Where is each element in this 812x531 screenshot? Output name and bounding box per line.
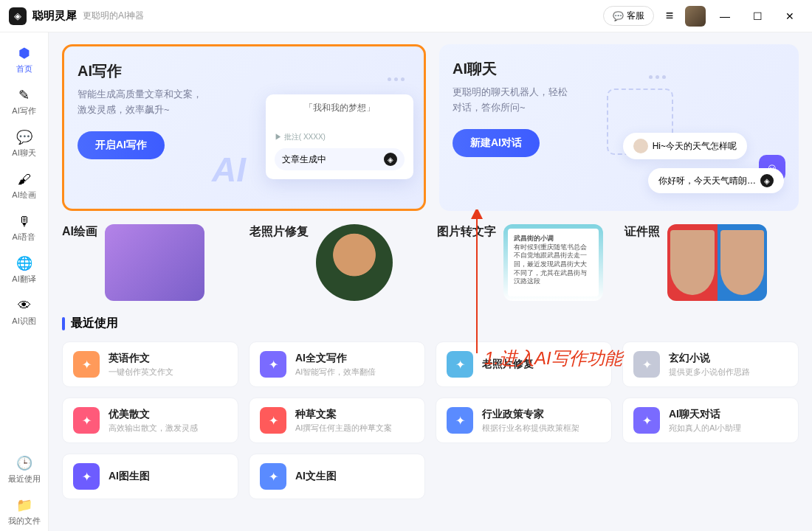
tool-ocr[interactable]: 图片转文字 武昌街的小调有时候到重庆随笔书总会不自觉地跟武昌街去走一回，最近发现…	[437, 224, 611, 301]
sidebar-item-label: AI翻译	[12, 274, 35, 285]
sidebar-item-write[interactable]: ✎AI写作	[4, 80, 45, 121]
sidebar-item-paint[interactable]: 🖌AI绘画	[4, 164, 45, 205]
maximize-button[interactable]: ☐	[744, 6, 771, 27]
card-title: AI全文写作	[295, 352, 414, 365]
start-ai-write-button[interactable]: 开启AI写作	[78, 131, 165, 159]
card-icon: ✦	[73, 463, 100, 490]
tool-photo-restore[interactable]: 老照片修复	[250, 224, 424, 301]
card-title: 优美散文	[109, 408, 227, 421]
card-subtitle: 宛如真人的AI小助理	[669, 423, 788, 434]
tool-title: 证件照	[625, 224, 660, 240]
clock-icon: 🕒	[16, 454, 33, 472]
generating-pill: 文章生成中 ◈	[275, 148, 405, 170]
sidebar: ⬢首页 ✎AI写作 💬AI聊天 🖌AI绘画 🎙Ai语音 🌐AI翻译 👁AI识图 …	[0, 32, 49, 531]
recent-grid: ✦ 英语作文 一键创作英文作文✦ AI全文写作 AI智能写作，效率翻倍✦ 老照片…	[62, 341, 799, 499]
sidebar-item-voice[interactable]: 🎙Ai语音	[4, 206, 45, 247]
home-icon: ⬢	[16, 44, 33, 62]
recent-card[interactable]: ✦ 玄幻小说 提供更多小说创作思路	[622, 341, 799, 387]
sidebar-item-label: Ai语音	[13, 232, 36, 243]
recent-card[interactable]: ✦ 英语作文 一键创作英文作文	[62, 341, 238, 387]
card-icon: ✦	[633, 407, 660, 434]
tool-ai-paint[interactable]: AI绘画	[62, 224, 236, 301]
sidebar-item-ocr[interactable]: 👁AI识图	[4, 291, 45, 331]
card-title: AI图生图	[109, 470, 227, 483]
card-subtitle: 一键创作英文作文	[109, 367, 227, 378]
recent-card[interactable]: ✦ AI全文写作 AI智能写作，效率翻倍	[249, 341, 425, 387]
close-button[interactable]: ✕	[777, 6, 803, 27]
recent-card[interactable]: ✦ AI图生图	[62, 454, 238, 499]
card-subtitle: AI撰写任何主题的种草文案	[295, 423, 414, 434]
minimize-button[interactable]: —	[712, 6, 738, 27]
sidebar-item-files[interactable]: 📁我的文件	[4, 490, 45, 531]
chat-bubble-user: Hi~今天的天气怎样呢	[623, 133, 747, 159]
window-dots-icon	[649, 75, 666, 79]
app-tagline: 更聪明的AI神器	[83, 10, 144, 22]
new-ai-chat-button[interactable]: 新建AI对话	[453, 129, 540, 157]
card-icon: ✦	[73, 351, 100, 378]
eye-icon: 👁	[16, 296, 33, 314]
card-title: 行业政策专家	[482, 408, 601, 421]
window-dots-icon	[388, 77, 405, 81]
app-name: 聪明灵犀	[32, 9, 77, 23]
recent-card[interactable]: ✦ 行业政策专家 根据行业名称提供政策框架	[436, 398, 612, 443]
hero-ai-write[interactable]: AI写作 智能生成高质量文章和文案，激发灵感，效率飙升~ 开启AI写作 AI 「…	[62, 44, 426, 211]
sidebar-item-translate[interactable]: 🌐AI翻译	[4, 249, 45, 289]
bg-ai-text: AI	[212, 150, 246, 190]
ocr-thumb: 武昌街的小调有时候到重庆随笔书总会不自觉地跟武昌街去走一回，最近发现武昌街大大不…	[503, 224, 603, 301]
hero-desc: 更聪明的聊天机器人，轻松对话，答你所问~	[453, 85, 600, 116]
photo-thumb	[316, 224, 393, 301]
sidebar-item-label: AI识图	[12, 316, 35, 327]
card-subtitle: 根据行业名称提供政策框架	[482, 423, 601, 434]
sidebar-item-recent[interactable]: 🕒最近使用	[4, 448, 45, 489]
pen-icon: ✎	[16, 86, 33, 104]
hero-ai-chat[interactable]: AI聊天 更聪明的聊天机器人，轻松对话，答你所问~ 新建AI对话 ☺ Hi~今天…	[439, 44, 799, 211]
menu-button[interactable]: ≡	[660, 7, 679, 26]
mock-title: 「我和我的梦想」	[275, 102, 405, 114]
card-icon: ✦	[633, 351, 660, 378]
tools-row: AI绘画 老照片修复 图片转文字 武昌街的小调有时候到重庆随笔书总会不自觉地跟武…	[62, 224, 799, 301]
tool-id-photo[interactable]: 证件照	[625, 224, 799, 301]
chat-bubble-bot: 你好呀，今天天气晴朗… ◈	[648, 168, 784, 193]
sidebar-item-label: 首页	[16, 63, 32, 74]
paint-thumb	[105, 224, 204, 301]
sidebar-item-home[interactable]: ⬢首页	[4, 38, 45, 79]
card-subtitle: 提供更多小说创作思路	[669, 367, 788, 378]
mic-icon: 🎙	[16, 212, 33, 230]
card-icon: ✦	[73, 407, 100, 434]
card-subtitle: 高效输出散文，激发灵感	[109, 423, 227, 434]
app-mini-icon: ◈	[384, 153, 397, 166]
main-content: AI写作 智能生成高质量文章和文案，激发灵感，效率飙升~ 开启AI写作 AI 「…	[49, 32, 812, 531]
ocr-preview-text: 武昌街的小调有时候到重庆随笔书总会不自觉地跟武昌街去走一回，最近发现武昌街大大不…	[511, 232, 596, 294]
card-title: AI聊天对话	[669, 408, 788, 421]
user-avatar-icon	[633, 139, 648, 153]
brush-icon: 🖌	[16, 170, 33, 188]
recent-card[interactable]: ✦ 老照片修复	[436, 341, 612, 387]
recent-card[interactable]: ✦ 优美散文 高效输出散文，激发灵感	[62, 398, 238, 443]
support-button[interactable]: 💬 客服	[603, 6, 654, 26]
app-logo-icon: ◈	[9, 7, 27, 25]
section-title: 最近使用	[71, 316, 118, 331]
card-icon: ✦	[447, 351, 473, 378]
card-subtitle: AI智能写作，效率翻倍	[295, 367, 414, 378]
mock-note: ▶ 批注( XXXX)	[275, 132, 405, 142]
hero-title: AI聊天	[453, 59, 785, 79]
sidebar-item-chat[interactable]: 💬AI聊天	[4, 122, 45, 163]
card-title: 玄幻小说	[669, 352, 788, 365]
write-mock-card: 「我和我的梦想」 ▶ 批注( XXXX) 文章生成中 ◈	[266, 94, 413, 179]
avatar[interactable]	[685, 6, 706, 27]
card-icon: ✦	[260, 463, 286, 490]
id-thumb	[667, 224, 767, 301]
sidebar-item-label: 最近使用	[8, 473, 41, 485]
support-label: 客服	[627, 10, 644, 22]
recent-card[interactable]: ✦ AI文生图	[249, 454, 425, 499]
recent-card[interactable]: ✦ AI聊天对话 宛如真人的AI小助理	[622, 398, 799, 443]
card-icon: ✦	[260, 407, 286, 434]
titlebar: ◈ 聪明灵犀 更聪明的AI神器 💬 客服 ≡ — ☐ ✕	[0, 0, 812, 32]
tool-title: AI绘画	[62, 224, 97, 240]
card-title: 种草文案	[295, 408, 414, 421]
sidebar-item-label: AI聊天	[12, 148, 35, 159]
recent-card[interactable]: ✦ 种草文案 AI撰写任何主题的种草文案	[249, 398, 425, 443]
chat-icon: 💬	[613, 11, 624, 21]
card-title: AI文生图	[295, 470, 414, 483]
card-title: 老照片修复	[482, 358, 601, 371]
